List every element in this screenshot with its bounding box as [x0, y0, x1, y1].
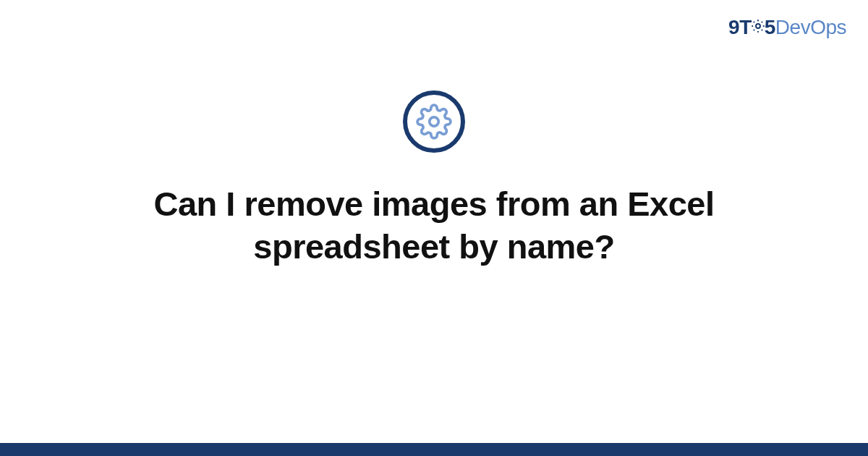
footer-bar: [0, 443, 868, 456]
logo-text-devops: DevOps: [775, 16, 846, 38]
gear-badge-icon: [403, 90, 465, 153]
svg-point-0: [756, 24, 760, 28]
main-content: Can I remove images from an Excel spread…: [0, 90, 868, 269]
page-title: Can I remove images from an Excel spread…: [109, 183, 760, 269]
svg-point-1: [430, 117, 439, 127]
gear-icon: [750, 16, 766, 39]
site-logo: 9T5DevOps: [728, 16, 846, 41]
logo-text-5: 5: [765, 16, 775, 38]
logo-text-9t: 9T: [728, 16, 752, 38]
